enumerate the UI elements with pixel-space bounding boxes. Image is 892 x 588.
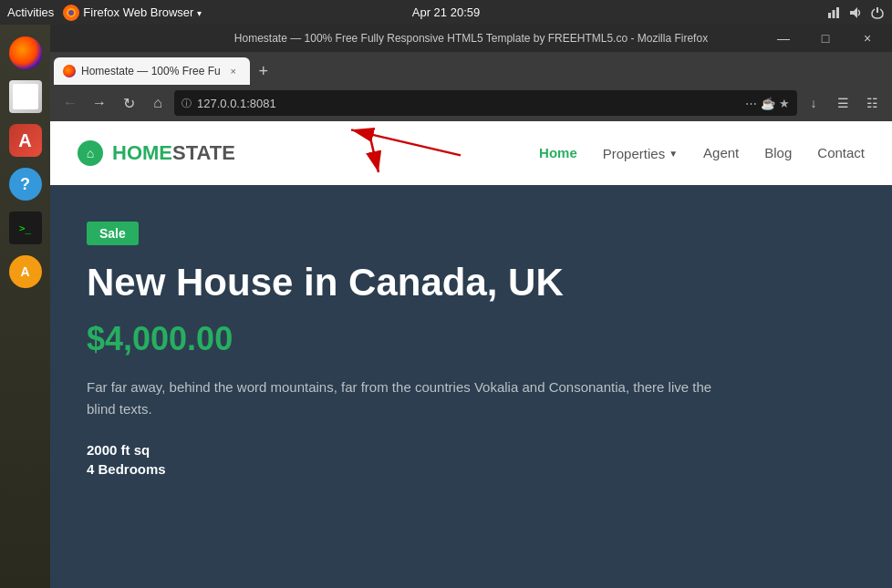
- tab-title: Homestate — 100% Free Fu: [81, 65, 221, 77]
- site-hero: Sale New House in Canada, UK $4,000.00 F…: [50, 185, 892, 477]
- dock-update[interactable]: A: [6, 253, 45, 291]
- bookmark-star-icon[interactable]: ★: [779, 97, 790, 110]
- more-options-icon[interactable]: ⋯: [745, 97, 757, 110]
- logo-icon: ⌂: [78, 140, 103, 166]
- logo-home-text: HOME: [112, 141, 172, 164]
- maximize-button[interactable]: □: [804, 25, 846, 52]
- reload-button[interactable]: ↻: [116, 90, 141, 116]
- logo-text: HOMESTATE: [112, 141, 235, 165]
- back-button[interactable]: ←: [57, 90, 83, 116]
- hero-detail-size: 2000 ft sq: [87, 442, 856, 458]
- logo-state-text: STATE: [172, 141, 235, 164]
- power-icon[interactable]: [870, 5, 885, 20]
- svg-rect-5: [836, 7, 839, 18]
- nav-link-contact[interactable]: Contact: [817, 145, 865, 160]
- site-logo[interactable]: ⌂ HOMESTATE: [78, 140, 235, 166]
- tab-favicon: [63, 65, 76, 77]
- close-button[interactable]: ×: [846, 25, 888, 52]
- svg-point-2: [68, 10, 74, 15]
- firefox-dock-icon: [9, 36, 42, 69]
- browser-name-label: Firefox Web Browser ▾: [83, 5, 202, 19]
- dock-help[interactable]: ?: [6, 165, 45, 203]
- browser-tab-active[interactable]: Homestate — 100% Free Fu ×: [54, 57, 250, 85]
- shield-icon[interactable]: ☕: [761, 97, 775, 110]
- hero-price: $4,000.00: [87, 320, 856, 358]
- nav-item-blog[interactable]: Blog: [764, 145, 792, 161]
- browser-titlebar: Homestate — 100% Free Fully Responsive H…: [50, 25, 892, 52]
- browser-title: Homestate — 100% Free Fully Responsive H…: [234, 32, 708, 45]
- volume-icon[interactable]: [848, 5, 863, 20]
- hero-details: 2000 ft sq 4 Bedrooms: [87, 442, 856, 477]
- browser-window: Homestate — 100% Free Fully Responsive H…: [50, 25, 892, 588]
- hero-description: Far far away, behind the word mountains,…: [87, 377, 725, 420]
- svg-marker-6: [850, 7, 857, 18]
- nav-item-home[interactable]: Home: [539, 145, 577, 161]
- hero-detail-bedrooms: 4 Bedrooms: [87, 461, 856, 477]
- datetime-label: Apr 21 20:59: [412, 5, 480, 19]
- properties-dropdown-icon: ▼: [669, 149, 678, 159]
- files-dock-icon: [9, 80, 42, 113]
- window-controls: — □ ×: [762, 25, 892, 52]
- nav-link-agent[interactable]: Agent: [703, 145, 739, 160]
- extensions-button[interactable]: ☷: [859, 90, 885, 116]
- browser-tabs: Homestate — 100% Free Fu × +: [50, 52, 892, 85]
- dock-terminal[interactable]: >_: [6, 209, 45, 247]
- dock-appstore[interactable]: A: [6, 121, 45, 160]
- nav-item-properties[interactable]: Properties ▼: [603, 146, 678, 161]
- terminal-dock-icon: >_: [9, 211, 42, 244]
- nav-link-home[interactable]: Home: [539, 145, 577, 160]
- browser-chevron[interactable]: ▾: [197, 8, 202, 18]
- update-dock-icon: A: [9, 255, 42, 288]
- minimize-button[interactable]: —: [762, 25, 804, 52]
- bookmarks-button[interactable]: ☰: [830, 90, 856, 116]
- nav-link-blog[interactable]: Blog: [764, 145, 792, 160]
- forward-button[interactable]: →: [87, 90, 112, 116]
- sale-badge: Sale: [87, 222, 139, 245]
- lock-icon: ⓘ: [182, 97, 192, 110]
- dock-files[interactable]: [6, 77, 45, 116]
- site-nav: Home Properties ▼ Agent Blog Contact: [539, 145, 865, 161]
- address-bar[interactable]: ⓘ 127.0.0.1:8081 ⋯ ☕ ★: [174, 90, 797, 116]
- firefox-topbar-icon: [63, 5, 79, 21]
- nav-item-contact[interactable]: Contact: [817, 145, 865, 161]
- hero-title: New House in Canada, UK: [87, 260, 856, 305]
- home-button[interactable]: ⌂: [145, 90, 171, 116]
- download-button[interactable]: ↓: [801, 90, 826, 116]
- svg-rect-3: [828, 13, 831, 18]
- new-tab-button[interactable]: +: [250, 57, 277, 85]
- help-dock-icon: ?: [9, 168, 42, 201]
- appstore-dock-icon: A: [9, 124, 42, 157]
- os-topbar: Activities Firefox Web Browser ▾ Apr 21 …: [0, 0, 892, 25]
- svg-rect-4: [833, 10, 835, 18]
- os-topbar-right: [826, 5, 885, 20]
- browser-addressbar: ← → ↻ ⌂ ⓘ 127.0.0.1:8081 ⋯ ☕ ★ ↓ ☰ ☷: [50, 85, 892, 121]
- nav-item-agent[interactable]: Agent: [703, 145, 739, 161]
- site-navbar: ⌂ HOMESTATE Home Properties ▼ Agent Blog…: [50, 121, 892, 185]
- website-content: ⌂ HOMESTATE Home Properties ▼ Agent Blog…: [50, 121, 892, 588]
- nav-link-properties[interactable]: Properties: [603, 146, 665, 161]
- os-dock: A ? >_ A: [0, 25, 50, 588]
- activities-label[interactable]: Activities: [7, 5, 54, 19]
- address-bar-icons: ⋯ ☕ ★: [745, 97, 790, 110]
- dock-firefox[interactable]: [6, 34, 45, 72]
- url-display: 127.0.0.1:8081: [197, 97, 740, 110]
- network-icon: [826, 5, 841, 20]
- tab-close-button[interactable]: ×: [226, 64, 241, 78]
